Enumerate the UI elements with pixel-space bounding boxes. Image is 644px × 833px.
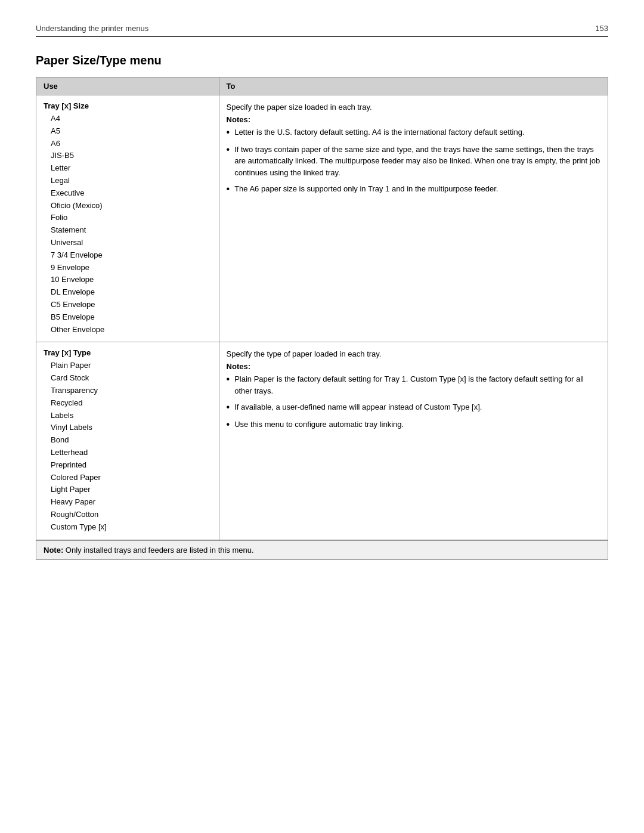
tray-size-label: Tray [x] Size bbox=[44, 101, 212, 110]
list-item: Letter bbox=[51, 162, 212, 175]
to-content-type: Specify the type of paper loaded in each… bbox=[227, 348, 600, 431]
page-container: Understanding the printer menus 153 Pape… bbox=[0, 0, 644, 833]
to-cell-tray-size: Specify the paper size loaded in each tr… bbox=[219, 95, 608, 342]
list-item: If two trays contain paper of the same s… bbox=[227, 144, 600, 179]
section-title: Paper Size/Type menu bbox=[36, 54, 608, 67]
list-item: JIS-B5 bbox=[51, 150, 212, 162]
notes-label-type: Notes: bbox=[227, 362, 600, 371]
notes-list-type: Plain Paper is the factory default setti… bbox=[227, 373, 600, 431]
list-item: A4 bbox=[51, 113, 212, 125]
use-cell-tray-type: Tray [x] Type Plain Paper Card Stock Tra… bbox=[36, 342, 219, 539]
to-content-size: Specify the paper size loaded in each tr… bbox=[227, 101, 600, 196]
list-item: DL Envelope bbox=[51, 286, 212, 299]
list-item: Plain Paper bbox=[51, 360, 212, 372]
list-item: Bond bbox=[51, 434, 212, 447]
list-item: Transparency bbox=[51, 385, 212, 397]
list-item: Recycled bbox=[51, 397, 212, 410]
tray-type-label: Tray [x] Type bbox=[44, 348, 212, 357]
notes-list-size: Letter is the U.S. factory default setti… bbox=[227, 126, 600, 196]
table-footer: Note: Only installed trays and feeders a… bbox=[36, 540, 608, 559]
list-item: Letterhead bbox=[51, 447, 212, 459]
list-item: B5 Envelope bbox=[51, 311, 212, 324]
list-item: Use this menu to configure automatic tra… bbox=[227, 419, 600, 431]
use-cell-tray-size: Tray [x] Size A4 A5 A6 JIS-B5 Letter Leg… bbox=[36, 95, 219, 342]
footer-note-bold: Note: bbox=[44, 546, 63, 555]
list-item: C5 Envelope bbox=[51, 299, 212, 311]
list-item: Heavy Paper bbox=[51, 496, 212, 509]
list-item: 7 3/4 Envelope bbox=[51, 249, 212, 262]
list-item: 9 Envelope bbox=[51, 262, 212, 274]
list-item: Universal bbox=[51, 237, 212, 249]
specify-text-type: Specify the type of paper loaded in each… bbox=[227, 349, 600, 358]
table-row-tray-size: Tray [x] Size A4 A5 A6 JIS-B5 Letter Leg… bbox=[36, 95, 608, 342]
header-title: Understanding the printer menus bbox=[36, 24, 148, 33]
list-item: A5 bbox=[51, 125, 212, 138]
list-item: Custom Type [x] bbox=[51, 521, 212, 534]
list-item: Executive bbox=[51, 187, 212, 200]
list-item: Colored Paper bbox=[51, 472, 212, 484]
list-item: Oficio (Mexico) bbox=[51, 200, 212, 212]
list-item: 10 Envelope bbox=[51, 274, 212, 286]
table-row-tray-type: Tray [x] Type Plain Paper Card Stock Tra… bbox=[36, 342, 608, 540]
page-header: Understanding the printer menus 153 bbox=[36, 24, 608, 37]
list-item: Vinyl Labels bbox=[51, 422, 212, 434]
main-table: Use To Tray [x] Size A4 A5 A6 JIS-B5 Let… bbox=[36, 77, 608, 560]
list-item: Other Envelope bbox=[51, 324, 212, 336]
list-item: The A6 paper size is supported only in T… bbox=[227, 183, 600, 196]
table-header-row: Use To bbox=[36, 78, 608, 95]
list-item: Letter is the U.S. factory default setti… bbox=[227, 126, 600, 139]
list-item: Rough/Cotton bbox=[51, 509, 212, 521]
list-item: Preprinted bbox=[51, 459, 212, 472]
footer-note-text: Only installed trays and feeders are lis… bbox=[63, 546, 253, 555]
list-item: If available, a user-defined name will a… bbox=[227, 401, 600, 414]
page-number: 153 bbox=[595, 24, 608, 33]
header-to: To bbox=[219, 78, 608, 95]
list-item: Labels bbox=[51, 410, 212, 422]
list-item: Card Stock bbox=[51, 372, 212, 385]
specify-text-size: Specify the paper size loaded in each tr… bbox=[227, 103, 600, 112]
list-item: Plain Paper is the factory default setti… bbox=[227, 373, 600, 397]
list-item: Light Paper bbox=[51, 484, 212, 496]
list-item: Statement bbox=[51, 224, 212, 237]
notes-label-size: Notes: bbox=[227, 115, 600, 124]
to-cell-tray-type: Specify the type of paper loaded in each… bbox=[219, 342, 608, 539]
header-use: Use bbox=[36, 78, 219, 95]
list-item: Legal bbox=[51, 175, 212, 187]
list-item: Folio bbox=[51, 212, 212, 224]
list-item: A6 bbox=[51, 138, 212, 150]
